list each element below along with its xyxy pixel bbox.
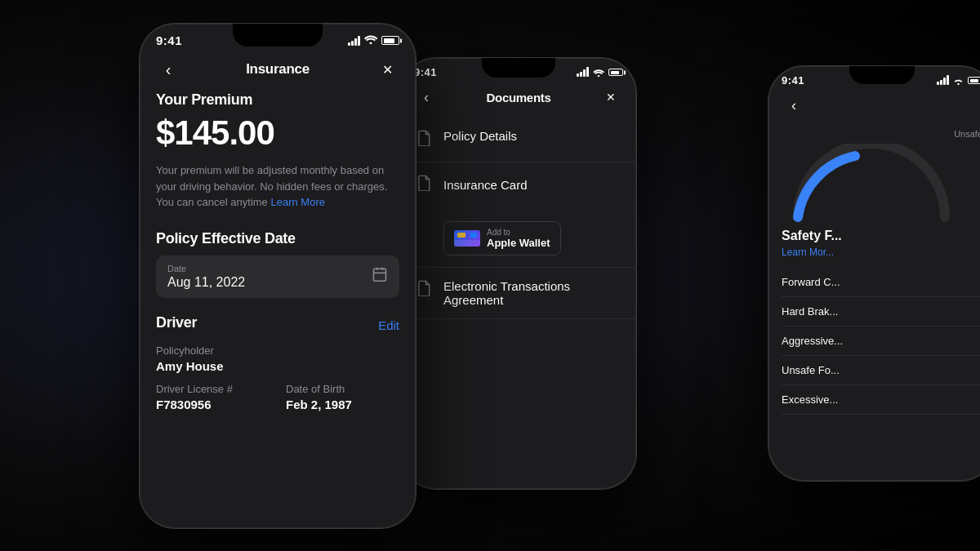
dob-value: Feb 2, 1987 — [286, 398, 399, 411]
doc-label-policy: Policy Details — [443, 129, 517, 143]
signal-icon-mid — [577, 69, 589, 77]
doc-icon-insurance — [417, 175, 432, 195]
license-field: Driver License # F7830956 — [156, 383, 270, 421]
safety-row-label-1: Hard Brak... — [782, 305, 838, 318]
driver-fields-row: Driver License # F7830956 Date of Birth … — [156, 383, 399, 421]
status-icons-mid — [577, 69, 623, 77]
phone-main: 9:41 ‹ Insurance — [139, 23, 416, 529]
safety-title: Safety F... — [782, 229, 980, 243]
safety-content: Safety F... Learn Mor... Forward C... Ha… — [768, 229, 980, 415]
apple-wallet-button[interactable]: Add to Apple Wallet — [443, 221, 561, 256]
wallet-add-text: Add to — [487, 228, 550, 237]
battery-icon-mid — [608, 69, 623, 76]
nav-bar-mid: ‹ Documents ✕ — [401, 80, 636, 118]
safety-row-1: Hard Brak... — [782, 297, 980, 327]
svg-rect-0 — [374, 269, 386, 281]
safety-row-2: Aggressive... — [782, 327, 980, 356]
policyholder-label: Policyholder — [156, 344, 399, 357]
apple-wallet-area: Add to Apple Wallet — [443, 213, 561, 256]
doc-item-policy[interactable]: Policy Details — [401, 118, 636, 162]
back-button-mid[interactable]: ‹ — [414, 85, 439, 109]
doc-icon-policy — [417, 130, 432, 150]
calendar-icon[interactable] — [372, 266, 388, 287]
dob-label: Date of Birth — [286, 383, 399, 395]
dob-field: Date of Birth Feb 2, 1987 — [286, 383, 399, 421]
safety-learn[interactable]: Learn Mor... — [782, 247, 980, 258]
safety-row-3: Unsafe Fo... — [782, 356, 980, 385]
edit-button[interactable]: Edit — [378, 318, 399, 332]
unsafe-label: Unsafe — [782, 126, 980, 140]
wifi-icon-main — [364, 34, 377, 47]
signal-icon-main — [348, 36, 360, 46]
signal-icon-right — [937, 77, 949, 85]
doc-item-insurance-header: Insurance Card — [417, 174, 528, 195]
premium-desc: Your premium will be adjusted monthly ba… — [156, 162, 399, 211]
date-field-label: Date — [167, 264, 245, 273]
status-time-right: 9:41 — [782, 74, 804, 87]
safety-row-label-3: Unsafe Fo... — [782, 364, 840, 376]
close-button-main[interactable]: ✕ — [375, 57, 399, 82]
doc-item-insurance[interactable]: Insurance Card Add to Apple Wallet — [401, 162, 636, 268]
learn-more-link[interactable]: Learn More — [270, 196, 324, 208]
status-icons-main — [348, 34, 399, 47]
battery-icon-main — [381, 36, 399, 45]
doc-icon-eta — [417, 280, 432, 300]
close-button-mid[interactable]: ✕ — [599, 85, 623, 109]
driver-header: Driver Edit — [156, 314, 399, 336]
status-time-main: 9:41 — [156, 33, 182, 47]
nav-bar-main: ‹ Insurance ✕ — [140, 51, 416, 91]
wallet-label-text: Apple Wallet — [487, 237, 550, 249]
doc-item-eta[interactable]: Electronic Transactions Agreement — [401, 268, 636, 319]
wifi-icon-right — [953, 77, 964, 85]
wallet-btn-text: Add to Apple Wallet — [487, 228, 550, 249]
notch-right — [849, 66, 915, 84]
license-value: F7830956 — [156, 398, 270, 411]
scene: 9:41 ‹ Insurance — [0, 0, 980, 551]
gauge-area: Unsafe — [768, 126, 980, 229]
phone-mid: 9:41 ‹ Documents ✕ — [400, 57, 637, 490]
safety-row-label-2: Aggressive... — [782, 335, 843, 347]
status-icons-right — [937, 77, 980, 85]
doc-label-insurance: Insurance Card — [443, 178, 528, 192]
date-field: Date Aug 11, 2022 — [167, 264, 245, 290]
battery-icon-right — [968, 77, 980, 84]
safety-row-label-0: Forward C... — [782, 276, 840, 288]
notch-mid — [482, 58, 555, 78]
nav-title-mid: Documents — [487, 91, 551, 104]
license-label: Driver License # — [156, 383, 270, 395]
phone-main-content: Your Premium $145.00 Your premium will b… — [140, 91, 416, 421]
wallet-card-icon — [454, 230, 480, 247]
gauge-svg — [782, 144, 961, 225]
date-input-box[interactable]: Date Aug 11, 2022 — [156, 256, 399, 298]
policy-date-label: Policy Effective Date — [156, 230, 399, 247]
policy-date-section: Policy Effective Date Date Aug 11, 2022 — [156, 230, 399, 298]
driver-label: Driver — [156, 314, 197, 331]
driver-section: Driver Edit Policyholder Amy House Drive… — [156, 314, 399, 421]
wifi-icon-mid — [593, 69, 604, 77]
policyholder-value: Amy House — [156, 359, 399, 373]
documents-list: Policy Details Insurance Card — [401, 118, 636, 319]
back-button-right[interactable]: ‹ — [782, 93, 806, 118]
nav-title-main: Insurance — [246, 61, 310, 78]
notch — [233, 24, 323, 47]
premium-label: Your Premium — [156, 91, 399, 109]
unsafe-text: Unsafe — [954, 129, 980, 139]
date-field-value: Aug 11, 2022 — [167, 275, 245, 290]
premium-amount: $145.00 — [156, 113, 399, 153]
safety-row-label-4: Excessive... — [782, 393, 838, 406]
safety-row-0: Forward C... — [782, 268, 980, 297]
status-time-mid: 9:41 — [414, 66, 437, 78]
phone-right: 9:41 ‹ Unsafe — [768, 65, 980, 482]
nav-bar-right: ‹ — [768, 88, 980, 126]
safety-row-4: Excessive... — [782, 385, 980, 415]
back-button-main[interactable]: ‹ — [156, 57, 180, 82]
doc-label-eta: Electronic Transactions Agreement — [443, 279, 620, 307]
